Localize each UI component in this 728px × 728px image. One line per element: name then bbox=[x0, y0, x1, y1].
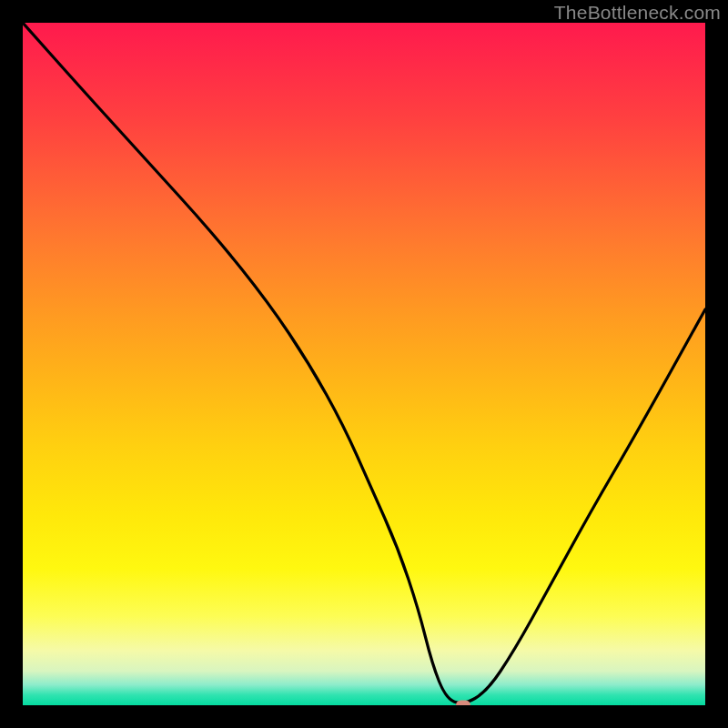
optimal-point-marker bbox=[456, 701, 470, 706]
plot-area bbox=[23, 23, 705, 705]
chart-frame: TheBottleneck.com bbox=[0, 0, 728, 728]
bottleneck-curve bbox=[23, 23, 705, 705]
watermark-text: TheBottleneck.com bbox=[554, 2, 721, 24]
